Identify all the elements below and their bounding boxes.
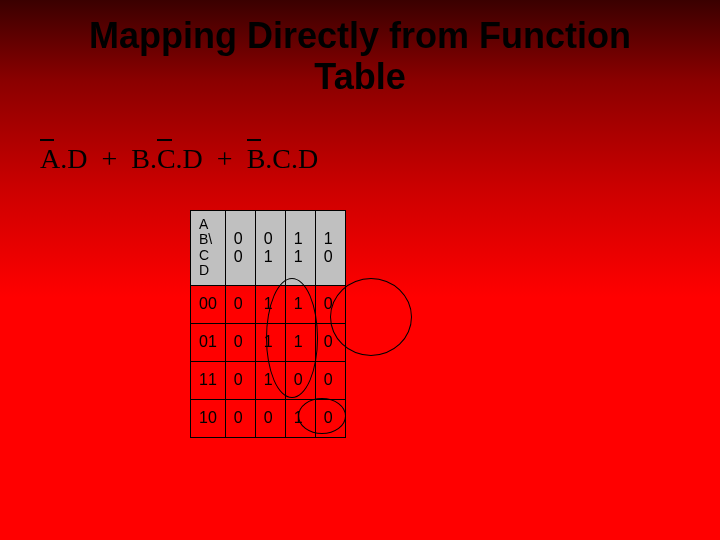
table-row: 10 0 0 1 0 [191, 399, 346, 437]
table-row: 00 0 1 1 0 [191, 285, 346, 323]
col-header: 00 [225, 211, 255, 286]
col-header: 10 [315, 211, 345, 286]
slide-title: Mapping Directly from Function Table [0, 0, 720, 98]
table-row: 11 0 1 0 0 [191, 361, 346, 399]
kmap-corner: AB\CD [191, 211, 226, 286]
kmap-cell: 0 [225, 323, 255, 361]
kmap-header-row: AB\CD 00 01 11 10 [191, 211, 346, 286]
kmap-cell: 1 [255, 361, 285, 399]
row-header: 10 [191, 399, 226, 437]
kmap-cell: 1 [285, 323, 315, 361]
row-header: 00 [191, 285, 226, 323]
kmap-table: AB\CD 00 01 11 10 00 0 1 1 0 01 0 1 1 0 [190, 210, 346, 438]
kmap-cell: 0 [225, 285, 255, 323]
kmap-container: AB\CD 00 01 11 10 00 0 1 1 0 01 0 1 1 0 [190, 210, 346, 438]
kmap-cell: 0 [315, 361, 345, 399]
kmap-cell: 1 [255, 285, 285, 323]
boolean-expression: A .D + B.C.D + B.C.D [40, 143, 318, 175]
kmap-cell: 0 [225, 361, 255, 399]
kmap-cell: 0 [285, 361, 315, 399]
kmap-cell: 1 [285, 285, 315, 323]
kmap-cell: 0 [255, 399, 285, 437]
row-header: 01 [191, 323, 226, 361]
col-header: 11 [285, 211, 315, 286]
kmap-cell: 0 [315, 285, 345, 323]
kmap-cell: 0 [225, 399, 255, 437]
row-header: 11 [191, 361, 226, 399]
kmap-cell: 0 [315, 399, 345, 437]
kmap-cell: 0 [315, 323, 345, 361]
kmap-cell: 1 [285, 399, 315, 437]
table-row: 01 0 1 1 0 [191, 323, 346, 361]
col-header: 01 [255, 211, 285, 286]
kmap-cell: 1 [255, 323, 285, 361]
